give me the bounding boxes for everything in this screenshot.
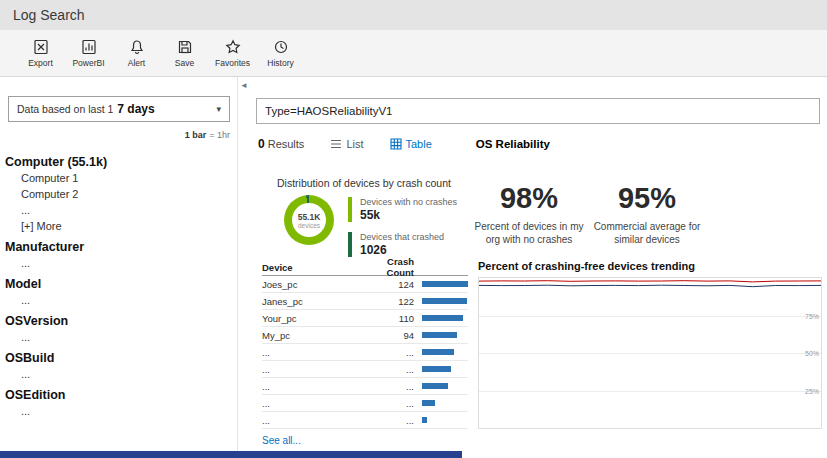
list-icon (330, 138, 342, 150)
facet-group-label[interactable]: Model (5, 276, 233, 292)
device-cell: ... (262, 347, 362, 358)
facet-item[interactable]: ... (5, 329, 233, 345)
facet-item[interactable]: [+] More (5, 218, 233, 234)
trend-chart-title: Percent of crashing-free devices trendin… (478, 260, 695, 272)
table-row[interactable]: ...... (262, 344, 468, 361)
crash-count-cell: 94 (362, 330, 414, 341)
crash-count-bar-cell (414, 281, 468, 287)
stat-value: 95% (586, 182, 708, 215)
history-button[interactable]: History (258, 39, 303, 68)
table-row[interactable]: ...... (262, 361, 468, 378)
results-count-label: Results (268, 138, 305, 150)
crash-count-bar-cell (414, 349, 468, 355)
crash-count-cell: ... (362, 381, 414, 392)
crash-count-cell: 122 (362, 296, 414, 307)
device-cell: ... (262, 364, 362, 375)
device-cell: My_pc (262, 330, 362, 341)
device-cell: Joes_pc (262, 279, 362, 290)
toolbar: Export PowerBI Alert Save Favorites Hist… (0, 30, 827, 77)
tab-table[interactable]: Table (390, 138, 432, 150)
stat-caption: Commercial average for similar devices (586, 220, 708, 246)
results-count: 0Results (258, 137, 304, 151)
export-button[interactable]: Export (18, 39, 63, 68)
favorites-label: Favorites (215, 58, 250, 68)
view-title: OS Reliability (476, 138, 550, 150)
crash-count-bar (422, 349, 454, 355)
crash-count-cell: ... (362, 415, 414, 426)
donut-chart-title: Distribution of devices by crash count (277, 177, 451, 189)
table-row[interactable]: Janes_pc122 (262, 293, 468, 310)
crash-count-bar (422, 298, 467, 304)
tab-list[interactable]: List (330, 138, 363, 150)
device-crash-table: Device Crash Count Joes_pc124Janes_pc122… (262, 259, 468, 446)
collapse-panel-icon[interactable]: ◄ (240, 81, 248, 90)
facet-group-label[interactable]: OSEdition (5, 387, 233, 403)
device-cell: ... (262, 381, 362, 392)
table-row[interactable]: Joes_pc124 (262, 276, 468, 293)
crash-count-bar-cell (414, 383, 468, 389)
crash-count-bar (422, 417, 427, 423)
stat-org-no-crashes: 98% Percent of devices in my org with no… (468, 182, 590, 246)
trend-series-line (479, 285, 821, 287)
facet-item[interactable]: ... (5, 255, 233, 271)
device-cell: ... (262, 398, 362, 409)
bar-scale-rest: = 1hr (209, 130, 230, 140)
facet-item[interactable]: ... (5, 202, 233, 218)
horizontal-scrollbar-thumb[interactable] (0, 451, 462, 458)
facet-item[interactable]: ... (5, 366, 233, 382)
stat-commercial-average: 95% Commercial average for similar devic… (586, 182, 708, 246)
donut-center-label: devices (298, 222, 320, 229)
page-title: Log Search (13, 7, 85, 23)
facet-item[interactable]: ... (5, 292, 233, 308)
facet-group-label[interactable]: Manufacturer (5, 239, 233, 255)
legend-value: 1026 (360, 243, 457, 257)
trend-series-line (479, 281, 821, 282)
facet-group-label[interactable]: OSVersion (5, 313, 233, 329)
see-all-link[interactable]: See all... (262, 435, 468, 446)
device-cell: Your_pc (262, 313, 362, 324)
crash-count-bar (422, 315, 463, 321)
crash-count-cell: 110 (362, 313, 414, 324)
favorites-button[interactable]: Favorites (210, 39, 255, 68)
donut-center-value: 55.1K (298, 212, 321, 222)
table-row[interactable]: ...... (262, 395, 468, 412)
trend-lines (479, 278, 821, 428)
facet-group-label[interactable]: OSBuild (5, 350, 233, 366)
crash-count-cell: ... (362, 347, 414, 358)
results-count-value: 0 (258, 137, 265, 151)
alert-label: Alert (128, 58, 145, 68)
search-query-input[interactable] (256, 98, 820, 124)
facet-list: Computer (55.1k)Computer 1Computer 2...[… (5, 149, 233, 419)
trend-chart: 75%50%25% (478, 277, 822, 429)
table-row[interactable]: My_pc94 (262, 327, 468, 344)
table-row[interactable]: ...... (262, 412, 468, 429)
save-label: Save (175, 58, 194, 68)
bar-scale-note: 1 bar= 1hr (8, 130, 230, 140)
facet-group-label[interactable]: Computer (55.1k) (5, 154, 233, 170)
bell-icon (129, 39, 145, 55)
y-tick-label: 75% (805, 312, 819, 319)
crash-count-cell: ... (362, 364, 414, 375)
facet-item[interactable]: ... (5, 403, 233, 419)
legend-caption: Devices that crashed (360, 232, 457, 242)
tab-list-label: List (346, 138, 363, 150)
donut-center: 55.1K devices (292, 203, 326, 237)
facet-item[interactable]: Computer 2 (5, 186, 233, 202)
time-range-dropdown[interactable]: Data based on last 1 7 days ▾ (8, 96, 230, 122)
table-row[interactable]: ...... (262, 378, 468, 395)
time-range-prefix: Data based on last 1 (17, 103, 113, 115)
table-row[interactable]: Your_pc110 (262, 310, 468, 327)
alert-button[interactable]: Alert (114, 39, 159, 68)
crash-count-bar (422, 383, 448, 389)
crash-count-bar (422, 400, 435, 406)
column-header-device: Device (262, 262, 362, 273)
powerbi-button[interactable]: PowerBI (66, 39, 111, 68)
history-icon (273, 39, 289, 55)
history-label: History (267, 58, 293, 68)
bar-scale-bold: 1 bar (185, 130, 207, 140)
legend-entry-crashed: Devices that crashed 1026 (348, 232, 457, 257)
save-button[interactable]: Save (162, 39, 207, 68)
facet-item[interactable]: Computer 1 (5, 170, 233, 186)
y-tick-label: 50% (805, 350, 819, 357)
tab-table-label: Table (406, 138, 432, 150)
